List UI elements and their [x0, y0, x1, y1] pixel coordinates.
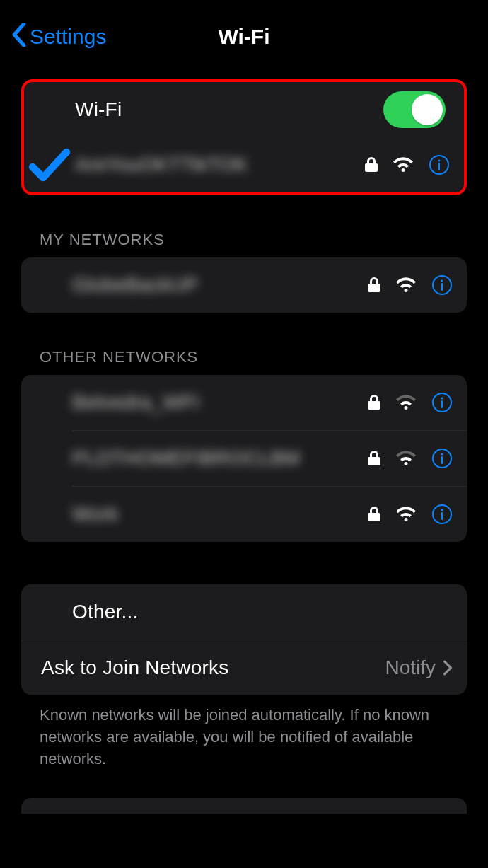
- ask-to-join-row[interactable]: Ask to Join Networks Notify: [21, 640, 467, 695]
- network-icons: [365, 154, 450, 175]
- network-name: PLDTHOMEFIBROCLBM: [72, 447, 368, 470]
- network-row[interactable]: Belvedra_WFI: [21, 375, 467, 430]
- info-icon[interactable]: [431, 274, 453, 296]
- my-networks-card: GlobeBackUP: [21, 257, 467, 313]
- wifi-toggle-label: Wi-Fi: [75, 98, 383, 121]
- lock-icon: [368, 277, 380, 293]
- wifi-toggle-card: Wi-Fi AreYouOKTTikTOK: [21, 79, 467, 195]
- info-icon[interactable]: [431, 448, 453, 469]
- network-icons: [368, 392, 453, 413]
- back-button[interactable]: Settings: [11, 23, 106, 52]
- wifi-icon: [395, 394, 417, 411]
- network-name: Work: [72, 503, 368, 526]
- svg-point-13: [441, 509, 443, 511]
- wifi-icon: [392, 156, 414, 173]
- other-networks-header: OTHER NETWORKS: [40, 348, 488, 366]
- other-label: Other...: [72, 601, 453, 623]
- info-icon[interactable]: [429, 154, 450, 175]
- partial-card: [21, 798, 467, 814]
- network-icons: [368, 504, 453, 525]
- svg-point-10: [441, 453, 443, 456]
- footer-note: Known networks will be joined automatica…: [40, 705, 448, 770]
- chevron-right-icon: [443, 660, 453, 676]
- ask-to-join-value: Notify: [385, 656, 436, 679]
- svg-point-7: [441, 398, 443, 400]
- network-icons: [368, 448, 453, 469]
- other-network-row[interactable]: Other...: [21, 584, 467, 640]
- lock-icon: [368, 395, 380, 410]
- chevron-left-icon: [11, 23, 27, 52]
- network-icons: [368, 274, 453, 296]
- other-options-card: Other... Ask to Join Networks Notify: [21, 584, 467, 695]
- lock-icon: [368, 451, 380, 466]
- ask-to-join-label: Ask to Join Networks: [21, 656, 385, 679]
- lock-icon: [365, 157, 378, 173]
- lock-icon: [368, 507, 380, 522]
- nav-bar: Settings Wi-Fi: [0, 0, 488, 71]
- connected-network-name: AreYouOKTTikTOK: [75, 154, 365, 176]
- other-networks-card: Belvedra_WFI PLDTHOMEFIBROCLBM Work: [21, 375, 467, 542]
- info-icon[interactable]: [431, 504, 453, 525]
- svg-point-1: [438, 160, 441, 162]
- network-row[interactable]: GlobeBackUP: [21, 257, 467, 313]
- info-icon[interactable]: [431, 392, 453, 413]
- network-row[interactable]: PLDTHOMEFIBROCLBM: [21, 431, 467, 486]
- page-title: Wi-Fi: [218, 25, 269, 49]
- wifi-icon: [395, 277, 417, 294]
- connected-network-row[interactable]: AreYouOKTTikTOK: [24, 137, 464, 192]
- my-networks-header: MY NETWORKS: [40, 231, 488, 249]
- network-name: Belvedra_WFI: [72, 391, 368, 414]
- network-row[interactable]: Work: [21, 487, 467, 542]
- network-name: GlobeBackUP: [72, 274, 368, 296]
- wifi-icon: [395, 450, 417, 467]
- svg-point-4: [441, 280, 443, 282]
- back-label: Settings: [30, 25, 106, 49]
- toggle-knob: [412, 94, 443, 125]
- check-icon: [24, 139, 75, 190]
- wifi-toggle[interactable]: [383, 91, 446, 128]
- wifi-toggle-row[interactable]: Wi-Fi: [24, 82, 464, 137]
- wifi-icon: [395, 506, 417, 523]
